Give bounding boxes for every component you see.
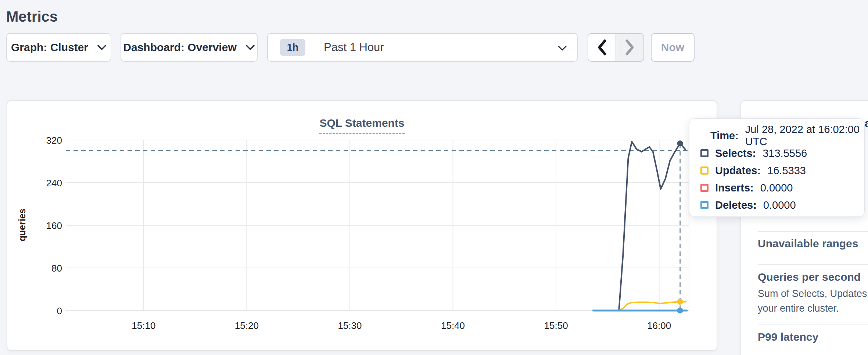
svg-text:240: 240 [46, 178, 62, 189]
chevron-right-icon [624, 39, 636, 56]
divider [758, 324, 868, 324]
divider [758, 231, 868, 232]
selects-legend-swatch [700, 149, 709, 157]
dashboard-dropdown[interactable]: Dashboard: Overview [121, 33, 258, 62]
dashboard-dropdown-label: Dashboard: Overview [123, 41, 236, 54]
divider [758, 264, 868, 265]
updates-legend-swatch [700, 166, 709, 175]
chevron-left-icon [596, 39, 608, 56]
tooltip-updates-row: Updates: 16.5333 [700, 164, 806, 177]
chevron-down-icon [558, 46, 567, 51]
time-range-badge: 1h [280, 39, 305, 56]
time-nav-group [588, 33, 644, 62]
tooltip-row-label: Updates: [715, 165, 761, 177]
tooltip-time-label: Time: [710, 130, 739, 142]
sidebar-description-queries-per-second: Sum of Selects, Updates, Inserts, and De… [758, 286, 868, 316]
svg-text:80: 80 [51, 263, 62, 274]
sql-statements-chart-card: SQL Statements queries 08016024032015:10… [7, 100, 717, 351]
clipped-text-fragment: a [865, 118, 868, 127]
tooltip-time-value: Jul 28, 2022 at 16:02:00 UTC [745, 123, 864, 148]
page-title: Metrics [6, 8, 58, 25]
sidebar-heading-unavailable-ranges: Unavailable ranges [758, 237, 858, 250]
time-range-selector[interactable]: 1h Past 1 Hour [267, 33, 578, 62]
svg-text:15:50: 15:50 [544, 320, 568, 331]
svg-text:15:40: 15:40 [441, 320, 465, 331]
tooltip-row-value: 313.5556 [763, 147, 807, 159]
chart-plot-area[interactable]: 08016024032015:1015:2015:3015:4015:5016:… [7, 101, 717, 350]
svg-text:160: 160 [46, 220, 62, 231]
graph-scope-dropdown-label: Graph: Cluster [11, 41, 88, 54]
tooltip-row-value: 0.0000 [760, 182, 793, 194]
tooltip-selects-row: Selects: 313.5556 [700, 147, 807, 160]
inserts-legend-swatch [700, 184, 709, 192]
tooltip-time-row: Time: Jul 28, 2022 at 16:02:00 UTC [710, 129, 864, 142]
svg-text:16:00: 16:00 [647, 320, 671, 331]
tooltip-row-label: Selects: [715, 147, 756, 159]
description-line: your entire cluster. [758, 303, 839, 314]
tooltip-deletes-row: Deletes: 0.0000 [700, 198, 796, 212]
tooltip-row-label: Inserts: [715, 182, 754, 194]
chevron-down-icon [245, 44, 255, 51]
sidebar-heading-p99-latency: P99 latency [758, 331, 818, 343]
chart-tooltip: Time: Jul 28, 2022 at 16:02:00 UTC Selec… [689, 118, 865, 217]
tooltip-row-label: Deletes: [715, 199, 757, 211]
svg-text:15:10: 15:10 [132, 320, 155, 331]
chevron-down-icon [97, 44, 107, 51]
svg-text:0: 0 [57, 305, 62, 316]
svg-text:15:20: 15:20 [235, 320, 259, 331]
prev-time-button[interactable] [588, 34, 616, 61]
tooltip-inserts-row: Inserts: 0.0000 [700, 181, 793, 194]
tooltip-row-value: 0.0000 [763, 199, 796, 211]
next-time-button[interactable] [616, 34, 643, 61]
description-line: Sum of Selects, Updates, Inserts, and De… [758, 288, 868, 299]
sidebar-heading-queries-per-second: Queries per second [758, 271, 861, 283]
tooltip-row-value: 16.5333 [767, 165, 806, 177]
time-range-label: Past 1 Hour [324, 41, 384, 54]
now-button[interactable]: Now [651, 33, 695, 62]
graph-scope-dropdown[interactable]: Graph: Cluster [6, 33, 111, 62]
svg-text:320: 320 [46, 135, 62, 146]
deletes-legend-swatch [700, 201, 709, 209]
svg-text:15:30: 15:30 [338, 320, 362, 331]
